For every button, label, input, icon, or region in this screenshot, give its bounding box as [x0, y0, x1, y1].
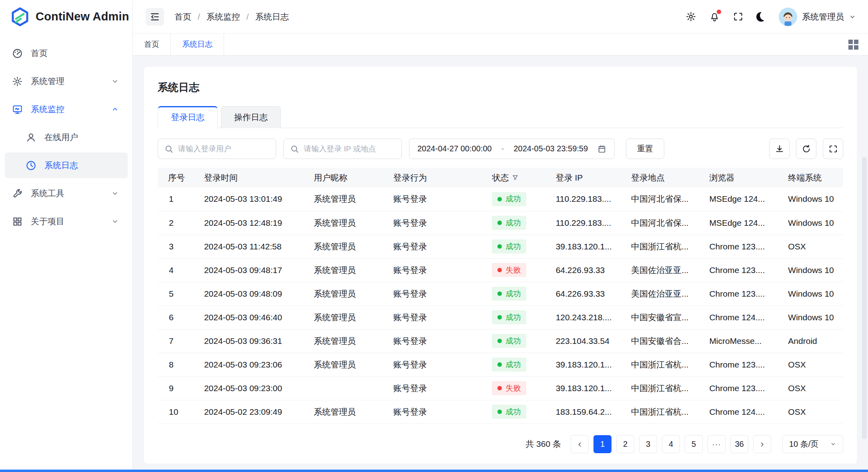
page-button-2[interactable]: 2 [616, 435, 634, 453]
status-badge: 成功 [492, 405, 526, 419]
topbar: 首页 / 系统监控 / 系统日志 [133, 0, 868, 33]
log-type-tabs: 登录日志 操作日志 [158, 106, 843, 128]
app-title: ContiNew Admin [36, 10, 129, 23]
content-area: 系统日志 登录日志 操作日志 [133, 56, 868, 470]
sidebar-item-system-tools[interactable]: 系统工具 [5, 181, 128, 206]
system-logs-card: 系统日志 登录日志 操作日志 [144, 67, 857, 464]
status-dot-icon [497, 291, 502, 296]
dashboard-icon [12, 48, 23, 59]
tab-login-logs[interactable]: 登录日志 [158, 106, 218, 128]
sidebar-item-system-monitor[interactable]: 系统监控 [5, 96, 128, 122]
user-menu[interactable]: 系统管理员 [779, 8, 856, 26]
filter-icon[interactable] [512, 174, 519, 181]
breadcrumb: 首页 / 系统监控 / 系统日志 [174, 11, 289, 22]
table-row: 12024-05-03 13:01:49系统管理员账号登录 成功 110.229… [158, 187, 843, 211]
chevron-down-icon [830, 441, 836, 447]
export-button[interactable] [769, 139, 790, 159]
sidebar-item-label: 关于项目 [31, 216, 64, 227]
login-ip-search[interactable] [283, 139, 402, 159]
sidebar-item-system-management[interactable]: 系统管理 [5, 68, 128, 94]
login-user-search[interactable] [158, 139, 276, 159]
page-size-select[interactable]: 10 条/页 [782, 435, 843, 453]
table-row: 82024-05-03 09:23:06系统管理员账号登录 成功 39.183.… [158, 353, 843, 376]
expand-button[interactable] [823, 139, 843, 159]
view-tab-home[interactable]: 首页 [133, 34, 171, 55]
pagination: 共 360 条 ‹ 1 2 3 4 5 ··· 36 › 10 条/页 [158, 435, 843, 453]
status-dot-icon [497, 315, 502, 319]
sidebar-item-label: 系统管理 [31, 76, 64, 87]
grid-menu-icon [848, 40, 858, 50]
table-header-row: 序号 登录时间 用户昵称 登录行为 状态 [158, 168, 843, 187]
col-header-behavior: 登录行为 [385, 168, 484, 187]
dark-mode-toggle[interactable] [756, 12, 766, 22]
status-badge: 成功 [492, 216, 526, 230]
tab-operation-logs[interactable]: 操作日志 [221, 106, 281, 128]
scrollbar-thumb[interactable] [862, 157, 867, 439]
col-header-status: 状态 [484, 168, 547, 187]
tab-list-menu-button[interactable] [839, 34, 868, 55]
page-button-3[interactable]: 3 [639, 435, 657, 453]
page-button-1[interactable]: 1 [593, 435, 611, 453]
page-button-4[interactable]: 4 [662, 435, 680, 453]
page-ellipsis-button[interactable]: ··· [708, 435, 726, 453]
breadcrumb-item[interactable]: 首页 [174, 11, 191, 22]
table-row: 102024-05-02 23:09:49系统管理员账号登录 成功 183.15… [158, 400, 843, 424]
sidebar-item-system-logs[interactable]: 系统日志 [5, 153, 128, 178]
page-title: 系统日志 [158, 80, 843, 94]
col-header-location: 登录地点 [623, 168, 701, 187]
next-page-button[interactable]: › [753, 435, 771, 453]
chevron-down-icon [110, 217, 120, 225]
sidebar-item-label: 首页 [31, 48, 48, 59]
col-header-ip: 登录 IP [548, 168, 623, 187]
page-button-5[interactable]: 5 [685, 435, 703, 453]
search-icon [164, 145, 173, 153]
status-badge: 成功 [492, 310, 526, 324]
view-tabbar: 首页 系统日志 [133, 33, 868, 56]
page-button-36[interactable]: 36 [730, 435, 748, 453]
breadcrumb-item[interactable]: 系统监控 [206, 11, 240, 22]
login-user-input[interactable] [178, 145, 269, 153]
window-bottom-edge [0, 470, 868, 472]
settings-button[interactable] [686, 11, 696, 22]
breadcrumb-item[interactable]: 系统日志 [255, 11, 289, 22]
download-icon [775, 144, 784, 154]
date-range-separator: - [501, 144, 504, 153]
wrench-icon [12, 188, 23, 199]
table-row: 22024-05-03 12:48:19系统管理员账号登录 成功 110.229… [158, 211, 843, 235]
fullscreen-button[interactable] [733, 11, 744, 22]
date-range-picker[interactable]: 2024-04-27 00:00:00 - 2024-05-03 23:59:5… [409, 139, 615, 159]
fullscreen-icon [733, 11, 744, 22]
avatar [779, 8, 797, 26]
sidebar-collapse-button[interactable] [146, 8, 164, 26]
notifications-button[interactable] [709, 11, 720, 22]
col-header-nickname: 用户昵称 [306, 168, 385, 187]
login-ip-input[interactable] [304, 145, 395, 153]
sidebar-item-home[interactable]: 首页 [5, 40, 128, 66]
expand-icon [828, 144, 838, 154]
status-dot-icon [497, 386, 502, 390]
grid-icon [12, 216, 23, 227]
status-badge: 成功 [492, 287, 526, 301]
page-size-value: 10 条/页 [789, 439, 818, 450]
table-row: 52024-05-03 09:48:09系统管理员账号登录 成功 64.226.… [158, 282, 843, 305]
status-badge: 成功 [492, 334, 526, 348]
user-icon [26, 132, 36, 143]
sidebar-item-online-users[interactable]: 在线用户 [5, 125, 128, 150]
table-row: 62024-05-03 09:46:40系统管理员账号登录 成功 120.243… [158, 305, 843, 329]
breadcrumb-separator: / [247, 12, 249, 22]
gear-icon [12, 76, 23, 87]
reset-button[interactable]: 重置 [626, 139, 664, 159]
sidebar-item-label: 系统日志 [44, 160, 78, 171]
refresh-button[interactable] [796, 139, 816, 159]
view-tab-system-logs[interactable]: 系统日志 [171, 34, 224, 55]
status-dot-icon [497, 362, 502, 367]
user-name: 系统管理员 [802, 11, 844, 22]
app-logo[interactable]: ContiNew Admin [0, 0, 132, 33]
app-window: ContiNew Admin 首页 系统管理 [0, 0, 868, 470]
sidebar-item-label: 系统监控 [31, 104, 64, 115]
notification-badge-dot [717, 10, 721, 14]
sidebar-item-about-project[interactable]: 关于项目 [5, 209, 128, 234]
chevron-up-icon [110, 105, 120, 113]
prev-page-button[interactable]: ‹ [571, 435, 589, 453]
logo-icon [10, 7, 30, 26]
